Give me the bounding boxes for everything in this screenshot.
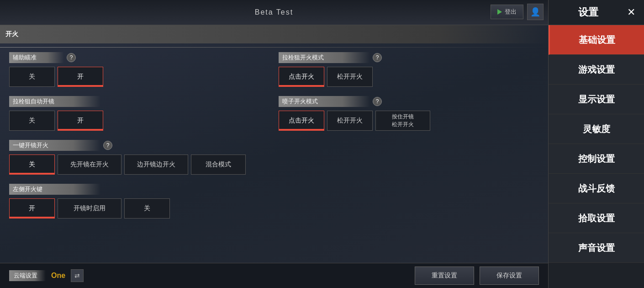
assist-aim-buttons: 关 开 [9, 67, 269, 87]
bolt-fire-mode-label: 拉栓狙开火模式 [279, 52, 370, 63]
one-key-off-button[interactable]: 关 [9, 155, 55, 175]
switch-icon[interactable]: ⇄ [71, 269, 84, 282]
avatar-icon: 👤 [530, 7, 540, 17]
avatar-button[interactable]: 👤 [527, 4, 544, 20]
sidebar-item-display[interactable]: 显示设置 [549, 85, 644, 114]
close-button[interactable]: ✕ [623, 4, 639, 21]
bolt-click-fire-button[interactable]: 点击开火 [279, 67, 324, 87]
bolt-auto-scope-label-row: 拉栓狙自动开镜 [9, 96, 269, 107]
bolt-auto-scope-off-button[interactable]: 关 [9, 111, 55, 131]
reset-button[interactable]: 重置设置 [415, 267, 474, 285]
logout-label: 登出 [505, 8, 517, 16]
one-key-scope-fire-label: 一键开镜开火 [9, 140, 100, 151]
bolt-release-fire-button[interactable]: 松开开火 [327, 67, 373, 87]
divider [0, 47, 548, 48]
cloud-label: 云端设置 [9, 270, 46, 281]
sidebar: 设置 ✕ 基础设置 游戏设置 显示设置 灵敏度 控制设置 战斗反馈 拾取设置 声… [548, 0, 644, 288]
sidebar-item-pickup[interactable]: 拾取设置 [549, 203, 644, 233]
one-key-scope-fire-label-row: 一键开镜开火 ? [9, 140, 269, 151]
cloud-name: One [51, 272, 65, 280]
section-bar: 开火 [0, 25, 548, 43]
content-area: 辅助瞄准 ? 关 开 拉栓狙自动开镜 关 开 [0, 52, 548, 228]
assist-aim-setting: 辅助瞄准 ? 关 开 [9, 52, 269, 87]
shotgun-click-fire-button[interactable]: 点击开火 [279, 111, 324, 131]
mix-mode-button[interactable]: 混合模式 [191, 155, 246, 175]
one-key-scope-fire-help-icon[interactable]: ? [103, 141, 112, 150]
sidebar-top: 设置 ✕ [549, 0, 644, 25]
main-content: 开火 辅助瞄准 ? 关 开 [0, 25, 548, 288]
two-column-layout: 辅助瞄准 ? 关 开 拉栓狙自动开镜 关 开 [9, 52, 539, 228]
left-fire-off-button[interactable]: 关 [124, 198, 170, 219]
sidebar-item-control[interactable]: 控制设置 [549, 144, 644, 174]
sidebar-item-label: 控制设置 [578, 153, 615, 165]
assist-aim-label-row: 辅助瞄准 ? [9, 52, 269, 63]
logout-button[interactable]: 登出 [491, 5, 523, 19]
bolt-auto-scope-on-button[interactable]: 开 [58, 111, 103, 131]
header-title: Beta Test [255, 8, 293, 16]
close-icon: ✕ [627, 6, 635, 18]
sidebar-item-combat-feedback[interactable]: 战斗反馈 [549, 174, 644, 203]
bolt-auto-scope-label: 拉栓狙自动开镜 [9, 96, 100, 107]
sidebar-item-label: 灵敏度 [583, 123, 610, 135]
one-key-scope-fire-buttons: 关 先开镜在开火 边开镜边开火 混合模式 [9, 155, 269, 175]
left-fire-key-buttons: 开 开镜时启用 关 [9, 198, 269, 219]
assist-aim-label: 辅助瞄准 [9, 52, 64, 63]
bolt-auto-scope-buttons: 关 开 [9, 111, 269, 131]
section-label: 开火 [5, 30, 18, 38]
bolt-fire-mode-setting: 拉栓狙开火模式 ? 点击开火 松开开火 [279, 52, 539, 87]
shotgun-release-fire-button[interactable]: 松开开火 [327, 111, 373, 131]
sidebar-item-game[interactable]: 游戏设置 [549, 55, 644, 85]
bolt-fire-mode-help-icon[interactable]: ? [373, 53, 382, 62]
left-fire-key-label-row: 左侧开火键 [9, 184, 269, 195]
left-fire-key-label: 左侧开火键 [9, 184, 100, 195]
when-scope-button[interactable]: 开镜时启用 [58, 198, 121, 219]
shotgun-fire-mode-help-icon[interactable]: ? [373, 97, 382, 106]
assist-aim-on-button[interactable]: 开 [58, 67, 103, 87]
shotgun-fire-mode-label-row: 喷子开火模式 ? [279, 96, 539, 107]
sidebar-item-label: 战斗反馈 [578, 182, 615, 195]
assist-aim-off-button[interactable]: 关 [9, 67, 55, 87]
bolt-auto-scope-setting: 拉栓狙自动开镜 关 开 [9, 96, 269, 131]
scope-then-fire-button[interactable]: 先开镜在开火 [58, 155, 121, 175]
left-column: 辅助瞄准 ? 关 开 拉栓狙自动开镜 关 开 [9, 52, 269, 228]
shotgun-scope-release-button[interactable]: 按住开镜 松开开火 [375, 111, 430, 131]
sidebar-item-label: 基础设置 [579, 34, 615, 46]
bolt-fire-mode-buttons: 点击开火 松开开火 [279, 67, 539, 87]
assist-aim-help-icon[interactable]: ? [67, 53, 76, 62]
play-icon [497, 9, 502, 15]
sidebar-item-label: 声音设置 [578, 242, 615, 254]
shotgun-fire-mode-buttons: 点击开火 松开开火 按住开镜 松开开火 [279, 111, 539, 131]
sidebar-item-sensitivity[interactable]: 灵敏度 [549, 114, 644, 144]
bolt-fire-mode-label-row: 拉栓狙开火模式 ? [279, 52, 539, 63]
sidebar-item-basic[interactable]: 基础设置 [549, 25, 644, 55]
one-key-scope-fire-setting: 一键开镜开火 ? 关 先开镜在开火 边开镜边开火 混合模式 [9, 140, 269, 175]
sidebar-item-label: 拾取设置 [578, 212, 615, 224]
sidebar-item-label: 游戏设置 [578, 64, 615, 76]
left-fire-key-setting: 左侧开火键 开 开镜时启用 关 [9, 184, 269, 219]
shotgun-fire-mode-setting: 喷子开火模式 ? 点击开火 松开开火 按住开镜 松开开火 [279, 96, 539, 131]
shotgun-fire-mode-label: 喷子开火模式 [279, 96, 370, 107]
sidebar-item-sound[interactable]: 声音设置 [549, 233, 644, 263]
header-right: 登出 👤 [491, 4, 544, 20]
left-fire-on-button[interactable]: 开 [9, 198, 55, 219]
right-column: 拉栓狙开火模式 ? 点击开火 松开开火 喷子开火模式 ? 点击开火 [279, 52, 539, 228]
bottom-bar: 云端设置 One ⇄ 重置设置 保存设置 [0, 263, 548, 288]
sidebar-item-label: 显示设置 [578, 93, 615, 106]
sidebar-title: 设置 [553, 5, 623, 19]
fire-while-scope-button[interactable]: 边开镜边开火 [124, 155, 188, 175]
save-button[interactable]: 保存设置 [480, 267, 539, 285]
header: Beta Test [0, 0, 548, 25]
